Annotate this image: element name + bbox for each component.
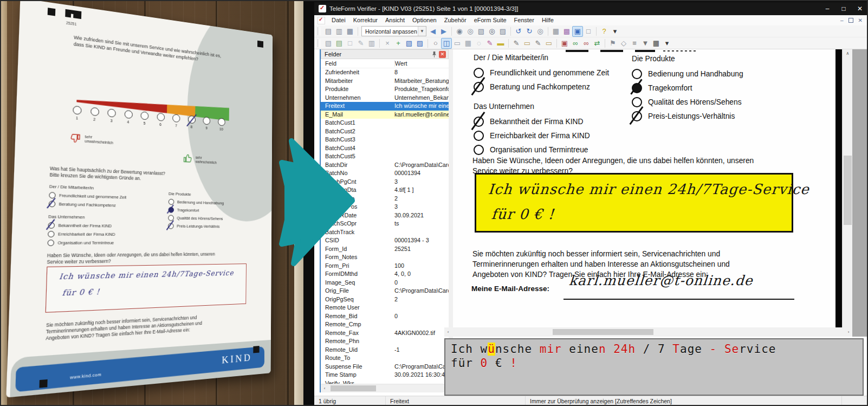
field-row-route-to[interactable]: Route_To bbox=[321, 354, 449, 363]
rotate-left-icon[interactable]: ↺ bbox=[513, 26, 524, 37]
scale-circle[interactable] bbox=[107, 108, 116, 117]
note-icon[interactable]: ▬ bbox=[495, 38, 506, 49]
monitor-view-icon[interactable]: □ bbox=[583, 26, 594, 37]
scroll-left-icon[interactable]: ‹ bbox=[321, 386, 328, 391]
hscrollbar-thumb[interactable] bbox=[553, 329, 653, 335]
radio-option[interactable]: Bekanntheit der Firma KIND bbox=[474, 114, 590, 128]
toolbar-overflow-icon[interactable]: ▾ bbox=[610, 26, 620, 37]
field-row-zufriedenheit[interactable]: Zufriedenheit8 bbox=[321, 68, 449, 77]
radio-option[interactable]: Preis-Leistungs-Verhältnis bbox=[168, 222, 224, 230]
radio-option[interactable]: Preis-Leistungs-Verhältnis bbox=[632, 109, 743, 123]
copy-page-icon[interactable]: ▧ bbox=[404, 38, 414, 49]
scroll-right-icon[interactable]: › bbox=[845, 330, 852, 334]
menu-fenster[interactable]: Fenster bbox=[510, 15, 538, 25]
scale-option-1[interactable]: 1 bbox=[73, 106, 82, 120]
scale-option-2[interactable]: 2 bbox=[90, 107, 99, 122]
radio-option[interactable]: Tragekomfort bbox=[632, 81, 743, 95]
form-export-icon[interactable]: ▧ bbox=[323, 38, 334, 49]
radio-option[interactable]: Beratung und Fachkompetenz bbox=[49, 199, 126, 210]
menu-optionen[interactable]: Optionen bbox=[409, 15, 441, 25]
zoom-mode-dropdown[interactable]: Horizontal anpassen ▼ bbox=[361, 26, 426, 36]
radio-icon[interactable] bbox=[632, 97, 642, 107]
radio-option[interactable]: Erreichbarkeit der Firma KIND bbox=[48, 230, 115, 239]
radio-option[interactable]: Bekanntheit der Firma KIND bbox=[48, 221, 115, 230]
pages-icon[interactable]: ▨ bbox=[497, 26, 508, 37]
mdi-minimize-button[interactable]: – bbox=[840, 17, 844, 23]
cut-icon[interactable]: × bbox=[382, 38, 393, 49]
radio-icon[interactable] bbox=[474, 131, 484, 141]
radio-icon[interactable] bbox=[48, 240, 55, 246]
vscrollbar-thumb[interactable] bbox=[844, 156, 852, 225]
filter-icon[interactable]: ▼ bbox=[640, 38, 651, 49]
radio-option[interactable]: Organisation und Termintreue bbox=[47, 239, 115, 247]
open-folder-icon[interactable]: ▭ bbox=[522, 38, 533, 49]
flag-icon[interactable]: ⚑ bbox=[607, 38, 618, 49]
field-row-origpgseq[interactable]: OrigPgSeq2 bbox=[321, 295, 449, 304]
field-row-produkte[interactable]: ProdukteProdukte_Tragekonfort Produkte_P… bbox=[321, 85, 449, 94]
radio-icon[interactable] bbox=[49, 201, 56, 207]
pages-link-icon[interactable]: ▥ bbox=[366, 38, 377, 49]
field-row-orig-file[interactable]: Orig_FileC:\ProgramData\Cardiff\TeleForm… bbox=[321, 287, 449, 295]
menu-datei[interactable]: Datei bbox=[328, 15, 349, 25]
radio-icon[interactable] bbox=[474, 117, 484, 127]
scale-circle[interactable] bbox=[172, 114, 180, 123]
undo-icon[interactable]: ◌ bbox=[474, 38, 484, 49]
blank-page-icon[interactable]: □ bbox=[345, 38, 355, 49]
next-page-icon[interactable]: ▶ bbox=[438, 26, 449, 37]
radio-option[interactable]: Freundlichkeit und genommene Zeit bbox=[474, 66, 609, 80]
field-row-suspense-file[interactable]: Suspense FileC:\ProgramData\Cardiff\Tele… bbox=[321, 363, 449, 371]
rotate-right-icon[interactable]: ↻ bbox=[524, 26, 535, 37]
open-folder2-icon[interactable]: ▭ bbox=[543, 38, 554, 49]
save-batch-icon[interactable]: ▦ bbox=[463, 38, 474, 49]
scroll-up-icon[interactable]: ∧ bbox=[843, 49, 853, 57]
close-button[interactable]: ✕ bbox=[852, 2, 868, 15]
help-icon[interactable]: ? bbox=[599, 26, 610, 37]
split-view-icon[interactable]: ◫ bbox=[441, 38, 452, 49]
column-header-feld[interactable]: Feld bbox=[321, 60, 395, 67]
scale-option-7[interactable]: 7 bbox=[172, 114, 180, 127]
radio-option[interactable]: Beratung und Fachkompetenz bbox=[474, 80, 609, 94]
menu-eform-suite[interactable]: eForm Suite bbox=[470, 15, 510, 25]
field-row-image-seq[interactable]: Image_Seq0 bbox=[321, 279, 449, 287]
scale-circle[interactable] bbox=[203, 117, 211, 125]
print-export-icon[interactable]: ▦ bbox=[345, 26, 355, 37]
maximize-button[interactable]: □ bbox=[835, 2, 852, 15]
radio-icon[interactable] bbox=[632, 69, 642, 79]
sign-pen-icon[interactable]: ✎ bbox=[511, 38, 522, 49]
scale-option-6[interactable]: 6 bbox=[157, 113, 165, 127]
radio-option[interactable]: Qualität des Hörens/Sehens bbox=[632, 95, 743, 109]
tile-view-icon[interactable]: ▦ bbox=[550, 26, 561, 37]
scale-circle[interactable] bbox=[140, 111, 148, 120]
scale-circle[interactable] bbox=[124, 110, 132, 119]
radio-option[interactable]: Bedienung und Handhabung bbox=[632, 67, 743, 81]
shield-check-icon[interactable]: ◇ bbox=[618, 38, 629, 49]
ocr-grid-icon[interactable]: ▦ bbox=[651, 38, 662, 49]
radio-icon[interactable] bbox=[474, 82, 484, 92]
link-red-icon[interactable]: ∞ bbox=[581, 38, 592, 49]
sign-pen2-icon[interactable]: ✎ bbox=[533, 38, 543, 49]
radio-icon[interactable] bbox=[48, 231, 55, 237]
cascade-icon[interactable]: ▭ bbox=[452, 38, 463, 49]
form-horizontal-scrollbar[interactable]: ‹ › bbox=[444, 327, 852, 337]
minimize-button[interactable]: – bbox=[819, 2, 835, 15]
column-header-wert[interactable]: Wert bbox=[395, 60, 449, 67]
sync-icon[interactable]: ⇄ bbox=[592, 38, 603, 49]
menu-korrektur[interactable]: Korrektur bbox=[349, 15, 381, 25]
scale-circle[interactable] bbox=[73, 106, 81, 115]
scale-option-10[interactable]: 10 bbox=[218, 118, 225, 131]
paste-page-icon[interactable]: ▨ bbox=[414, 38, 425, 49]
radio-icon[interactable] bbox=[168, 207, 174, 213]
toolbar2-overflow-icon[interactable]: ▾ bbox=[662, 38, 672, 49]
radio-icon[interactable] bbox=[474, 145, 484, 155]
field-row-e-mail[interactable]: E_Mailkarl.mueller@t-online.de bbox=[321, 111, 449, 119]
highlighted-comment-field[interactable]: Ich wünsche mir einen 24h/7Tage-Service … bbox=[475, 173, 793, 233]
radio-option[interactable]: Erreichbarkeit der Firma KIND bbox=[474, 128, 590, 143]
mdi-close-button[interactable]: ✕ bbox=[858, 17, 863, 23]
field-row-time-stamp[interactable]: Time Stamp30.09.2021 16:30:42 bbox=[321, 371, 449, 379]
move-icon[interactable]: + bbox=[393, 38, 404, 49]
scale-circle[interactable] bbox=[157, 113, 165, 121]
scale-option-9[interactable]: 9 bbox=[203, 117, 210, 130]
ocr-verify-panel[interactable]: Ich wünsche mir einen 24h / 7 Tage - Ser… bbox=[444, 338, 864, 396]
mdi-restore-button[interactable] bbox=[848, 18, 853, 23]
radio-icon[interactable] bbox=[632, 83, 642, 93]
